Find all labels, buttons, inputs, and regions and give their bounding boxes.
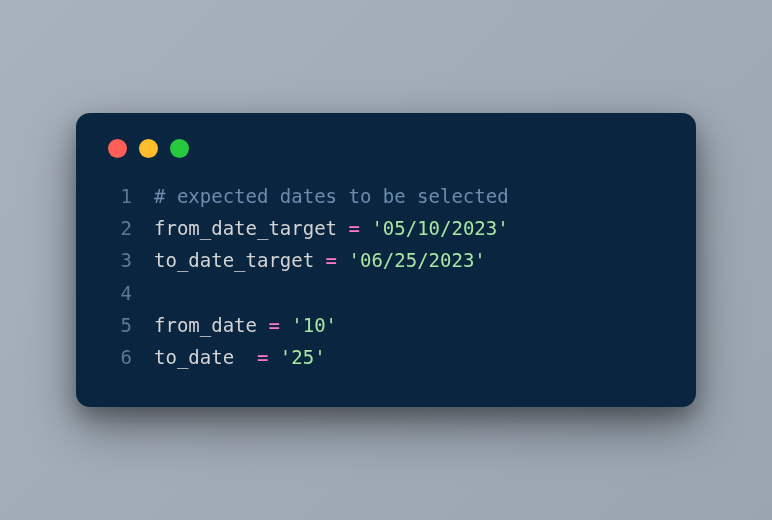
code-token-string: '10' — [291, 314, 337, 336]
code-token-string: '25' — [280, 346, 326, 368]
code-token-ident — [268, 346, 279, 368]
line-number: 4 — [106, 277, 132, 309]
code-line: 3to_date_target = '06/25/2023' — [106, 244, 666, 276]
minimize-icon[interactable] — [139, 139, 158, 158]
code-editor-window: 1# expected dates to be selected2from_da… — [76, 113, 696, 408]
code-token-ident — [337, 249, 348, 271]
code-token-string: '06/25/2023' — [349, 249, 486, 271]
code-line: 4 — [106, 277, 666, 309]
line-number: 5 — [106, 309, 132, 341]
code-token-string: '05/10/2023' — [371, 217, 508, 239]
close-icon[interactable] — [108, 139, 127, 158]
code-token-op: = — [348, 217, 359, 239]
code-token-op: = — [268, 314, 279, 336]
code-line: 5from_date = '10' — [106, 309, 666, 341]
code-token-ident — [280, 314, 291, 336]
code-line: 6to_date = '25' — [106, 341, 666, 373]
code-token-comment: # expected dates to be selected — [154, 185, 509, 207]
code-token-ident — [360, 217, 371, 239]
code-token-ident: to_date — [154, 346, 257, 368]
window-controls — [106, 139, 666, 158]
code-block: 1# expected dates to be selected2from_da… — [106, 180, 666, 374]
code-token-ident: from_date_target — [154, 217, 348, 239]
code-token-op: = — [326, 249, 337, 271]
code-line: 1# expected dates to be selected — [106, 180, 666, 212]
code-token-ident: from_date — [154, 314, 268, 336]
line-number: 1 — [106, 180, 132, 212]
line-number: 3 — [106, 244, 132, 276]
code-line: 2from_date_target = '05/10/2023' — [106, 212, 666, 244]
maximize-icon[interactable] — [170, 139, 189, 158]
line-number: 2 — [106, 212, 132, 244]
code-token-ident: to_date_target — [154, 249, 326, 271]
code-token-op: = — [257, 346, 268, 368]
line-number: 6 — [106, 341, 132, 373]
